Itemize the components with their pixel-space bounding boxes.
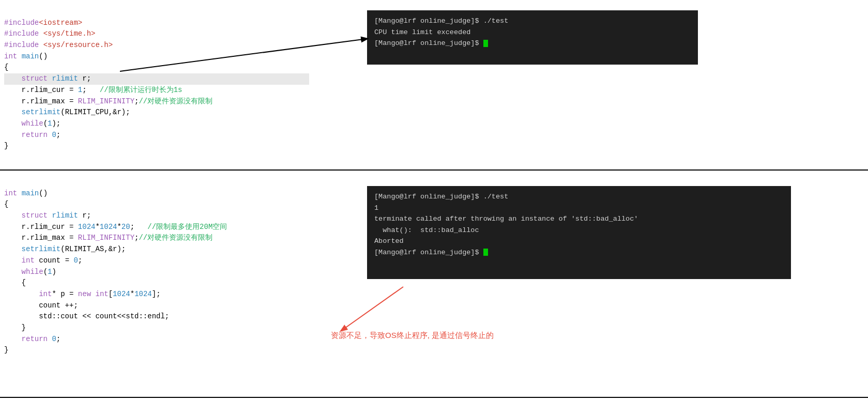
bottom-terminal-line-4: what(): std::bad_alloc bbox=[374, 225, 784, 236]
top-terminal: [Mango@lrf online_judge]$ ./test CPU tim… bbox=[367, 10, 698, 65]
bottom-terminal-line-5: Aborted bbox=[374, 236, 784, 247]
terminal-line-2: CPU time limit exceeded bbox=[374, 27, 691, 38]
page-container: #include<iostream> #include <sys/time.h>… bbox=[0, 0, 868, 398]
bottom-section: int main() { struct rlimit r; r.rlim_cur… bbox=[0, 171, 868, 398]
terminal-line-3: [Mango@lrf online_judge]$ bbox=[374, 38, 691, 49]
top-code-block: #include<iostream> #include <sys/time.h>… bbox=[0, 4, 321, 165]
terminal-line-1: [Mango@lrf online_judge]$ ./test bbox=[374, 16, 691, 27]
top-section: #include<iostream> #include <sys/time.h>… bbox=[0, 0, 868, 171]
bottom-terminal-line-2: 1 bbox=[374, 203, 784, 214]
bottom-code-block: int main() { struct rlimit r; r.rlim_cur… bbox=[0, 175, 326, 369]
bottom-terminal-line-6: [Mango@lrf online_judge]$ bbox=[374, 247, 784, 258]
bottom-terminal-line-3: terminate called after throwing an insta… bbox=[374, 213, 784, 225]
bottom-terminal: [Mango@lrf online_judge]$ ./test 1 termi… bbox=[367, 186, 791, 279]
bottom-note: 资源不足，导致OS终止程序, 是通过信号终止的 bbox=[331, 331, 494, 341]
svg-line-1 bbox=[341, 287, 403, 331]
bottom-terminal-line-1: [Mango@lrf online_judge]$ ./test bbox=[374, 191, 784, 203]
